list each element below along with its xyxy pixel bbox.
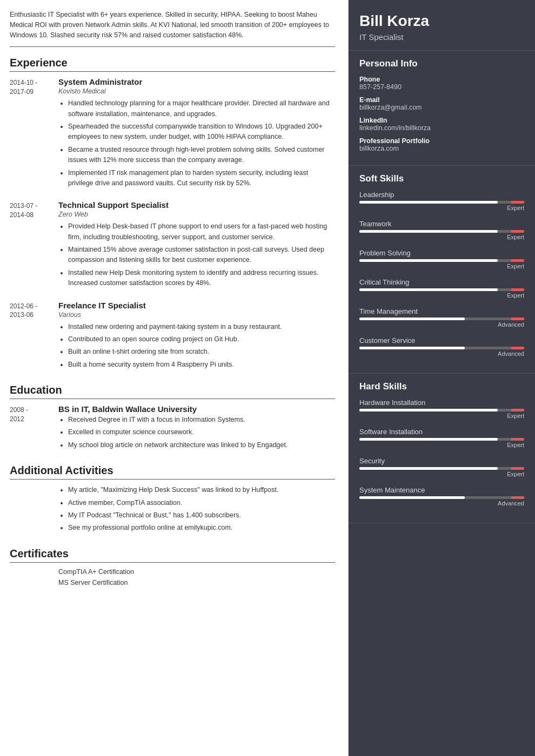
soft-skills-items: LeadershipExpertTeamworkExpertProblem So…	[359, 191, 524, 357]
skill-bar-fill	[359, 467, 498, 470]
info-item: E-mailbillkorza@gmail.com	[359, 96, 524, 111]
list-item: My IT Podcast "Technical or Bust," has 1…	[68, 510, 278, 521]
skill-bar-bg	[359, 496, 524, 499]
skill-name: Customer Service	[359, 336, 524, 345]
skill-name: Software Installation	[359, 428, 524, 436]
skill-item: Software InstallationExpert	[359, 428, 524, 448]
skill-bar-bg	[359, 259, 524, 262]
skill-name: Teamwork	[359, 220, 524, 228]
skill-item: Time ManagementAdvanced	[359, 307, 524, 328]
skill-bar-bg	[359, 467, 524, 470]
skill-bar-accent	[511, 288, 524, 291]
list-item: Handled technology planning for a major …	[68, 98, 335, 119]
certificates-title: Certificates	[10, 548, 335, 563]
entry-content: Freelance IT SpecialistVariousInstalled …	[58, 301, 335, 373]
skill-level: Expert	[359, 205, 524, 211]
list-item: Built a home security system from 4 Rasp…	[68, 360, 335, 370]
skill-level: Expert	[359, 413, 524, 419]
info-label: Professional Portfolio	[359, 137, 524, 145]
skill-name: Hardware Installation	[359, 399, 524, 407]
hard-skills-title: Hard Skills	[359, 381, 524, 392]
skill-level: Expert	[359, 263, 524, 269]
hard-skills-items: Hardware InstallationExpertSoftware Inst…	[359, 399, 524, 507]
summary-text: Enthusiastic IT Specialist with 6+ years…	[10, 10, 335, 47]
skill-bar-fill	[359, 438, 498, 441]
entry-bullets: Handled technology planning for a major …	[58, 98, 335, 188]
list-item: Spearheaded the successful companywide t…	[68, 122, 335, 143]
info-value: billkorza.com	[359, 145, 524, 152]
skill-bar-bg	[359, 347, 524, 349]
entry-content: Technical Support SpecialistZero WebProv…	[58, 200, 335, 291]
list-item: Built an online t-shirt ordering site fr…	[68, 347, 335, 357]
personal-info-title: Personal Info	[359, 58, 524, 69]
skill-level: Advanced	[359, 500, 524, 507]
hard-skills-section: Hard Skills Hardware InstallationExpertS…	[349, 374, 535, 523]
skill-bar-fill	[359, 496, 465, 499]
skill-bar-fill	[359, 409, 498, 411]
skill-bar-accent	[511, 467, 524, 470]
entry-title: System Administrator	[58, 77, 335, 86]
education-entries: 2008 - 2012BS in IT, Baldwin Wallace Uni…	[10, 404, 335, 453]
education-title: Education	[10, 384, 335, 399]
personal-info-items: Phone857-257-8490E-mailbillkorza@gmail.c…	[359, 76, 524, 152]
skill-bar-bg	[359, 230, 524, 233]
info-value: 857-257-8490	[359, 83, 524, 91]
info-item: Professional Portfoliobillkorza.com	[359, 137, 524, 152]
education-section: Education 2008 - 2012BS in IT, Baldwin W…	[10, 384, 335, 453]
skill-bar-accent	[511, 438, 524, 441]
entry-company: Zero Web	[58, 211, 335, 218]
entry: 2012-06 - 2013-06Freelance IT Specialist…	[10, 301, 335, 373]
personal-info-section: Personal Info Phone857-257-8490E-mailbil…	[349, 51, 535, 166]
activities-bullets: My article, "Maximizing Help Desk Succes…	[58, 485, 278, 536]
skill-item: LeadershipExpert	[359, 191, 524, 211]
skill-item: Problem SolvingExpert	[359, 249, 524, 269]
list-item: Became a trusted resource through high-l…	[68, 145, 335, 166]
skill-bar-fill	[359, 201, 498, 204]
entry-bullets: Installed new ordering and payment-takin…	[58, 322, 335, 370]
list-item: MS Server Certification	[58, 579, 335, 586]
info-value: linkedin.com/in/billkorza	[359, 124, 524, 132]
skill-bar-bg	[359, 288, 524, 291]
candidate-name: Bill Korza	[359, 12, 524, 30]
skill-bar-accent	[511, 496, 524, 499]
skill-item: Customer ServiceAdvanced	[359, 336, 524, 357]
skill-bar-accent	[511, 259, 524, 262]
skill-name: System Maintenance	[359, 486, 524, 494]
entry-bullets: Received Degree in IT with a focus in In…	[58, 415, 335, 450]
skill-bar-fill	[359, 230, 498, 233]
certificates-section: Certificates CompTIA A+ CertificationMS …	[10, 548, 335, 586]
skill-level: Expert	[359, 442, 524, 448]
skill-bar-accent	[511, 201, 524, 204]
soft-skills-section: Soft Skills LeadershipExpertTeamworkExpe…	[349, 166, 535, 374]
skill-bar-bg	[359, 438, 524, 441]
skill-bar-fill	[359, 259, 498, 262]
activities-section: Additional Activities My article, "Maxim…	[10, 464, 335, 536]
list-item: Installed new Help Desk monitoring syste…	[68, 268, 335, 289]
entry-bullets: Provided Help Desk-based IT phone suppor…	[58, 221, 335, 288]
list-item: Provided Help Desk-based IT phone suppor…	[68, 221, 335, 242]
skill-level: Advanced	[359, 350, 524, 357]
left-column: Enthusiastic IT Specialist with 6+ years…	[0, 0, 349, 756]
info-label: LinkedIn	[359, 117, 524, 124]
entry-title: Technical Support Specialist	[58, 200, 335, 210]
info-label: Phone	[359, 76, 524, 83]
entry-date: 2012-06 - 2013-06	[10, 301, 58, 373]
entry-title: Freelance IT Specialist	[58, 301, 335, 310]
entry-date: 2008 - 2012	[10, 404, 58, 453]
entry-date: 2014-10 - 2017-09	[10, 77, 58, 191]
list-item: Excelled in computer science coursework.	[68, 427, 335, 437]
list-item: Active member, CompTIA association.	[68, 498, 278, 508]
skill-name: Time Management	[359, 307, 524, 315]
skill-level: Expert	[359, 292, 524, 299]
activities-title: Additional Activities	[10, 464, 335, 480]
skill-item: TeamworkExpert	[359, 220, 524, 240]
skill-level: Advanced	[359, 321, 524, 328]
skill-item: System MaintenanceAdvanced	[359, 486, 524, 507]
skill-level: Expert	[359, 471, 524, 477]
skill-level: Expert	[359, 234, 524, 240]
list-item: CompTIA A+ Certification	[58, 568, 335, 576]
entry: 2008 - 2012BS in IT, Baldwin Wallace Uni…	[10, 404, 335, 453]
entry-content: System AdministratorKovisto MedicalHandl…	[58, 77, 335, 191]
experience-title: Experience	[10, 57, 335, 72]
skill-bar-bg	[359, 318, 524, 320]
